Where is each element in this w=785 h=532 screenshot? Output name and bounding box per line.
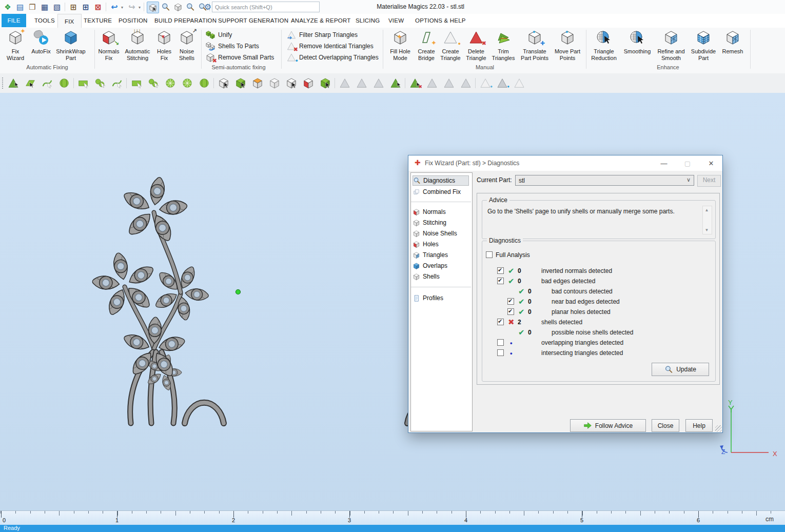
dialog-title-bar[interactable]: Fix Wizard (Part: stl) > Diagnostics — ▢…	[408, 155, 722, 171]
nav-item-diagnostics[interactable]: Diagnostics	[413, 175, 469, 186]
undo-dropdown-icon[interactable]: ▾	[121, 5, 123, 10]
triangle-detect-icon-1[interactable]	[479, 77, 492, 89]
select-shell-red-icon[interactable]	[302, 77, 315, 89]
row-checkbox[interactable]	[507, 298, 514, 305]
tab-file[interactable]: FILE	[2, 14, 26, 27]
tab-options-help[interactable]: OPTIONS & HELP	[408, 14, 473, 27]
row-checkbox[interactable]	[497, 278, 504, 284]
delete-triangle-small-icon[interactable]	[409, 77, 421, 89]
fan-mark-icon[interactable]	[198, 77, 210, 89]
unify-button[interactable]: Unify	[205, 30, 232, 40]
triangle-copy-icon[interactable]	[443, 77, 455, 89]
triangle-reduction-button[interactable]: Triangle Reduction	[588, 29, 620, 72]
nav-item-profiles[interactable]: Profiles	[413, 293, 469, 303]
row-checkbox[interactable]	[497, 349, 504, 356]
curve-mark-icon[interactable]	[111, 77, 123, 89]
toolbar-drag-handle[interactable]	[2, 77, 5, 89]
nav-item-triangles[interactable]: Triangles	[413, 250, 469, 260]
window-mark-icon[interactable]	[130, 77, 143, 89]
full-analysis-checkbox[interactable]	[486, 251, 493, 258]
remove-identical-triangles-button[interactable]: Remove Identical Triangles	[286, 41, 374, 51]
new-file-icon[interactable]	[14, 2, 26, 12]
mark-triangle-icon[interactable]	[7, 77, 19, 89]
triangle-tool-icon-2[interactable]	[356, 77, 368, 89]
zoom-selection-icon[interactable]	[160, 2, 171, 12]
redo-dropdown-icon[interactable]: ▾	[139, 5, 141, 10]
magics-logo-icon[interactable]	[2, 2, 13, 12]
create-bridge-button[interactable]: Create Bridge	[415, 29, 438, 72]
minimize-button[interactable]: —	[654, 155, 674, 171]
remesh-button[interactable]: Remesh	[719, 29, 746, 72]
select-cube-orange-icon[interactable]	[251, 77, 264, 89]
row-checkbox[interactable]	[497, 319, 504, 325]
brush-mark-icon[interactable]	[94, 77, 106, 89]
resize-grip[interactable]	[715, 425, 722, 432]
detect-overlapping-triangles-button[interactable]: Detect Overlapping Triangles	[286, 52, 379, 63]
select-cube-green-icon[interactable]	[234, 77, 247, 89]
zoom-in-icon[interactable]	[185, 2, 196, 12]
shells-to-parts-button[interactable]: Shells To Parts	[205, 41, 259, 51]
nav-item-holes[interactable]: Holes	[413, 239, 469, 249]
save-as-icon[interactable]	[51, 2, 63, 12]
save-icon[interactable]	[39, 2, 50, 12]
current-part-select[interactable]: stl ∨	[515, 175, 694, 186]
star-mark-icon[interactable]	[164, 77, 176, 89]
tab-analyze-report[interactable]: ANALYZE & REPORT	[284, 14, 358, 27]
mark-surface-icon[interactable]	[41, 77, 53, 89]
row-checkbox[interactable]	[497, 267, 504, 274]
select-shell-green-icon[interactable]	[319, 77, 331, 89]
advice-scrollbar[interactable]: ▲ ▼	[702, 206, 712, 234]
tab-tools[interactable]: TOOLS	[28, 14, 62, 27]
normals-fix-button[interactable]: Normals Fix	[95, 29, 122, 72]
next-button[interactable]: Next	[697, 175, 721, 187]
tab-slicing[interactable]: SLICING	[349, 14, 386, 27]
scroll-up-icon[interactable]: ▲	[703, 206, 711, 214]
mark-plane-icon[interactable]	[24, 77, 36, 89]
triangle-detect-icon-2[interactable]	[496, 77, 508, 89]
nav-item-overlaps[interactable]: Overlaps	[413, 261, 469, 271]
fill-hole-mode-button[interactable]: Fill Hole Mode	[386, 29, 415, 72]
circle-mark-icon[interactable]	[147, 77, 160, 89]
triangle-tool-icon-3[interactable]	[372, 77, 385, 89]
nav-item-combined-fix[interactable]: Combined Fix	[413, 187, 469, 197]
close-x-button[interactable]: ✕	[701, 155, 721, 171]
rectangle-mark-icon[interactable]	[77, 77, 89, 89]
remove-small-parts-button[interactable]: Remove Small Parts	[205, 52, 274, 63]
move-part-points-button[interactable]: Move Part Points	[552, 29, 583, 72]
scroll-down-icon[interactable]: ▼	[703, 226, 711, 234]
update-button[interactable]: Update	[652, 363, 709, 376]
row-checkbox[interactable]	[497, 339, 504, 346]
triangle-fold-icon[interactable]	[460, 77, 472, 89]
tab-view[interactable]: VIEW	[382, 14, 410, 27]
tab-support-generation[interactable]: SUPPORT GENERATION	[211, 14, 295, 27]
part-left[interactable]	[86, 171, 224, 423]
nav-item-normals[interactable]: Normals	[413, 207, 469, 217]
holes-fix-button[interactable]: Holes Fix	[153, 29, 175, 72]
close-button[interactable]: Close	[652, 419, 679, 432]
follow-advice-button[interactable]: Follow Advice	[570, 419, 646, 432]
help-button[interactable]: Help	[685, 419, 713, 432]
nav-item-stitching[interactable]: Stitching	[413, 218, 469, 228]
open-file-icon[interactable]	[27, 2, 38, 12]
nav-item-shells[interactable]: Shells	[413, 271, 469, 282]
triangle-tool-icon-1[interactable]	[339, 77, 351, 89]
rotation-center-point[interactable]	[236, 290, 241, 294]
triangle-frame-icon[interactable]	[513, 77, 525, 89]
triangle-tool-icon-4[interactable]	[389, 77, 402, 89]
redo-icon[interactable]	[126, 2, 138, 12]
filter-sharp-triangles-button[interactable]: Filter Sharp Triangles	[286, 30, 358, 40]
triangle-dashed-icon[interactable]	[426, 77, 438, 89]
select-part-icon[interactable]	[147, 2, 159, 13]
import-part-icon[interactable]	[68, 2, 79, 12]
remove-part-icon[interactable]	[92, 2, 104, 12]
wheel-mark-icon[interactable]	[181, 77, 193, 89]
select-cube-icon[interactable]	[218, 77, 230, 89]
row-checkbox[interactable]	[507, 308, 514, 315]
undo-icon[interactable]	[109, 2, 120, 12]
pan-view-icon[interactable]	[172, 2, 184, 12]
automatic-stitching-button[interactable]: Automatic Stitching	[122, 29, 153, 72]
search-input[interactable]	[212, 2, 320, 12]
nav-item-noise-shells[interactable]: Noise Shells	[413, 228, 469, 239]
save-all-icon[interactable]	[80, 2, 91, 12]
mark-shell-icon[interactable]	[58, 77, 70, 89]
